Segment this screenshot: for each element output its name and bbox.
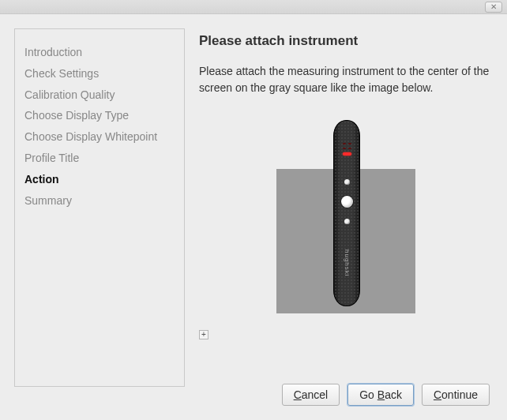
sidebar-item-profile-title[interactable]: Profile Title [23,148,176,169]
go-back-button[interactable]: Go Back [347,384,414,406]
sidebar-item-label: Summary [24,194,72,207]
sidebar-item-calibration-quality[interactable]: Calibration Quality [23,84,176,106]
sidebar-item-summary[interactable]: Summary [23,190,176,212]
sidebar-item-introduction[interactable]: Introduction [23,42,176,63]
page-title: Please attach instrument [199,33,491,49]
sidebar-item-label: Check Settings [24,67,99,80]
sidebar-item-label: Calibration Quality [24,88,115,101]
sidebar-item-label: Introduction [24,46,82,58]
sidebar: Introduction Check Settings Calibration … [14,28,185,387]
instrument-icon: hughski [333,120,360,306]
sidebar-item-choose-display-type[interactable]: Choose Display Type [23,105,176,126]
sidebar-item-choose-display-whitepoint[interactable]: Choose Display Whitepoint [23,126,176,148]
button-row: Cancel Go Back Continue [282,384,490,406]
sidebar-item-label: Profile Title [24,152,79,164]
instrument-illustration: hughski [203,120,487,325]
sidebar-item-action[interactable]: Action [23,169,176,190]
main-pane: Please attach instrument Please attach t… [199,28,491,387]
titlebar: ✕ [0,0,507,14]
sidebar-item-label: Choose Display Type [24,109,129,122]
dialog-content: Introduction Check Settings Calibration … [0,14,507,398]
page-description: Please attach the measuring instrument t… [199,63,491,96]
instrument-brand: hughski [344,249,351,277]
sidebar-item-label: Action [24,173,59,186]
sidebar-item-check-settings[interactable]: Check Settings [23,63,176,84]
close-icon[interactable]: ✕ [485,2,502,13]
expand-icon[interactable]: + [199,330,208,339]
continue-button[interactable]: Continue [422,384,490,406]
cancel-button[interactable]: Cancel [282,384,340,406]
sidebar-item-label: Choose Display Whitepoint [24,130,157,143]
